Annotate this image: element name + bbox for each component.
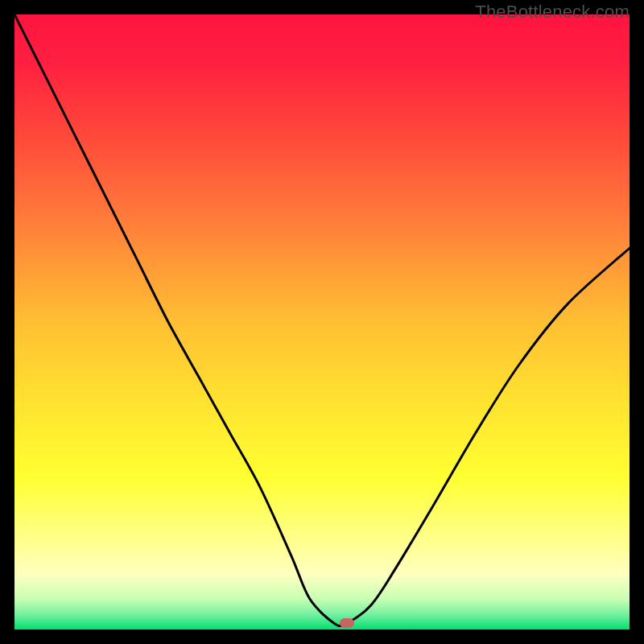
bottleneck-chart xyxy=(14,14,630,630)
optimum-marker xyxy=(340,618,354,628)
gradient-background xyxy=(14,14,630,630)
chart-frame xyxy=(14,14,630,630)
watermark-text: TheBottleneck.com xyxy=(475,2,630,23)
